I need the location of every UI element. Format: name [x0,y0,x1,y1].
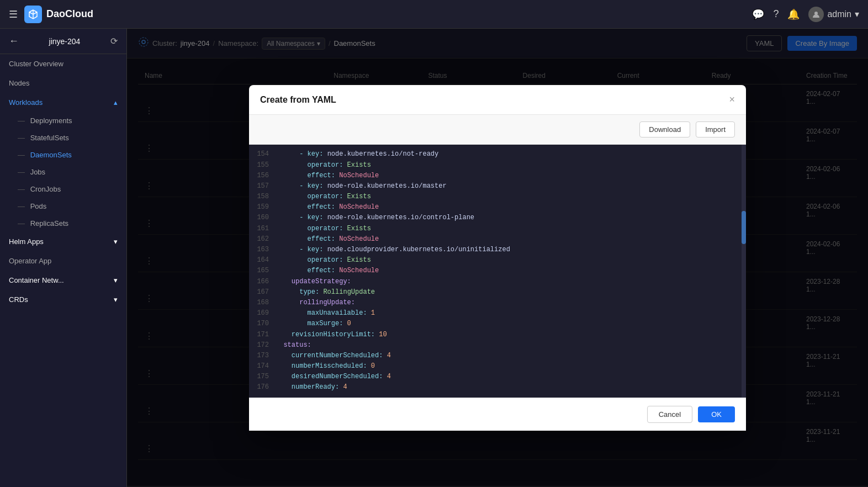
sidebar-item-label: StatefulSets [30,134,69,142]
sidebar-item-container-network[interactable]: Container Netw... ▾ [0,271,126,290]
code-line: 167 type: RollingUpdate [249,287,742,298]
code-line: 165 effect: NoSchedule [249,266,742,276]
line-content: operator: Exists [276,255,371,266]
sidebar-item-nodes[interactable]: Nodes [0,73,126,93]
code-line: 172 status: [249,340,742,351]
code-line: 155 operator: Exists [249,160,742,171]
line-number: 155 [256,160,276,171]
sidebar-item-label: Nodes [9,79,30,87]
sidebar-item-label: Jobs [30,168,45,176]
line-number: 159 [256,202,276,213]
sidebar-item-operator-app[interactable]: Operator App [0,251,126,271]
code-scrollbar [742,145,746,397]
line-number: 174 [256,361,276,372]
code-line: 174 numberMisscheduled: 0 [249,361,742,372]
line-number: 165 [256,266,276,276]
code-line: 173 currentNumberScheduled: 4 [249,351,742,361]
modal-close-button[interactable]: × [729,94,735,105]
sidebar-dash-icon: — [18,151,25,159]
code-line: 175 desiredNumberScheduled: 4 [249,372,742,382]
code-line: 163 - key: node.cloudprovider.kubernetes… [249,245,742,255]
line-number: 176 [256,382,276,393]
line-content: - key: node.cloudprovider.kubernetes.io/… [276,245,510,255]
line-content: - key: node-role.kubernetes.io/control-p… [276,213,474,223]
line-content: status: [276,340,311,351]
line-content: type: RollingUpdate [276,287,375,298]
line-number: 154 [256,149,276,160]
sidebar-item-label: Deployments [30,117,72,125]
refresh-icon[interactable]: ⟳ [110,36,118,46]
line-number: 169 [256,308,276,319]
sidebar-dash-icon: — [18,185,25,193]
sidebar-item-label: Pods [30,202,47,210]
sidebar-item-pods[interactable]: — Pods [0,198,126,215]
chat-icon[interactable]: 💬 [752,8,764,20]
sidebar-item-helm-apps[interactable]: Helm Apps ▾ [0,232,126,251]
code-line: 176 numberReady: 4 [249,382,742,393]
modal-footer: Cancel OK [249,398,746,431]
sidebar-category-label: Workloads [9,98,43,107]
line-content: revisionHistoryLimit: 10 [276,330,387,340]
sidebar-item-workloads[interactable]: Workloads ▴ [0,93,126,112]
sidebar-dash-icon: — [18,168,25,176]
sidebar-category-label: CRDs [9,295,28,304]
code-line: 156 effect: NoSchedule [249,171,742,181]
main-content: Cluster: jinye-204 / Namespace: All Name… [127,29,868,487]
line-content: - key: node-role.kubernetes.io/master [276,181,447,192]
sidebar: ← jinye-204 ⟳ Cluster Overview Nodes Wor… [0,29,127,487]
line-number: 162 [256,234,276,245]
logo-icon [24,6,42,23]
modal-title: Create from YAML [260,95,336,105]
line-number: 172 [256,340,276,351]
line-content: effect: NoSchedule [276,171,379,181]
user-menu[interactable]: admin ▾ [808,7,859,22]
chevron-down-icon: ▾ [114,295,118,304]
line-content: updateStrategy: [276,277,351,287]
line-number: 168 [256,298,276,308]
sidebar-item-label: Operator App [9,257,51,265]
sidebar-item-deployments[interactable]: — Deployments [0,112,126,129]
line-number: 166 [256,277,276,287]
sidebar-dash-icon: — [18,202,25,210]
nav-icons: 💬 ? 🔔 admin ▾ [752,7,859,22]
sidebar-item-crds[interactable]: CRDs ▾ [0,290,126,309]
username: admin [827,9,851,19]
line-number: 163 [256,245,276,255]
sidebar-item-jobs[interactable]: — Jobs [0,163,126,181]
code-line: 161 operator: Exists [249,224,742,234]
app-name: DaoCloud [46,8,93,20]
sidebar-dash-icon: — [18,117,25,125]
line-content: effect: NoSchedule [276,202,379,213]
code-editor[interactable]: 154 - key: node.kubernetes.io/not-ready1… [249,145,742,397]
line-content: numberMisscheduled: 0 [276,361,375,372]
modal-header: Create from YAML × [249,85,746,115]
sidebar-item-label: Cluster Overview [9,60,63,68]
line-number: 167 [256,287,276,298]
ok-button[interactable]: OK [698,406,735,422]
line-number: 161 [256,224,276,234]
line-number: 157 [256,181,276,192]
notification-icon[interactable]: 🔔 [787,8,800,20]
line-content: operator: Exists [276,224,371,234]
sidebar-item-daemonsets[interactable]: — DaemonSets [0,146,126,163]
import-button[interactable]: Import [696,121,735,137]
code-line: 159 effect: NoSchedule [249,202,742,213]
app-logo: DaoCloud [24,6,93,23]
sidebar-item-statefulsets[interactable]: — StatefulSets [0,129,126,146]
chevron-down-icon: ▾ [114,237,118,246]
help-icon[interactable]: ? [773,8,779,20]
sidebar-item-replicasets[interactable]: — ReplicaSets [0,215,126,232]
sidebar-item-cluster-overview[interactable]: Cluster Overview [0,54,126,73]
sidebar-item-label: DaemonSets [30,151,72,159]
code-line: 154 - key: node.kubernetes.io/not-ready [249,149,742,160]
chevron-down-icon: ▾ [114,276,118,284]
top-nav: ☰ DaoCloud 💬 ? 🔔 admin ▾ [0,0,868,29]
download-button[interactable]: Download [639,121,690,137]
cancel-button[interactable]: Cancel [647,406,692,423]
hamburger-icon[interactable]: ☰ [9,8,18,20]
line-number: 158 [256,192,276,202]
line-content: effect: NoSchedule [276,234,379,245]
code-line: 162 effect: NoSchedule [249,234,742,245]
sidebar-item-cronjobs[interactable]: — CronJobs [0,181,126,198]
back-icon[interactable]: ← [9,35,19,47]
